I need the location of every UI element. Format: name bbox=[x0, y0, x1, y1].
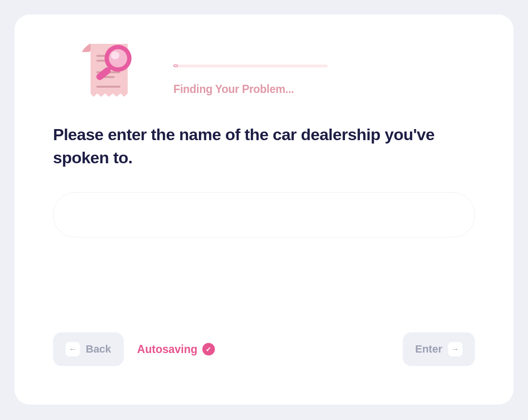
progress-section: Finding Your Problem... bbox=[173, 41, 475, 96]
svg-point-6 bbox=[109, 49, 127, 67]
footer-section: ← Back Autosaving ✓ Enter → bbox=[53, 332, 475, 366]
check-circle-icon: ✓ bbox=[202, 343, 215, 355]
enter-button-label: Enter bbox=[415, 343, 442, 355]
header-section: Finding Your Problem... bbox=[53, 41, 475, 99]
autosaving-label: Autosaving bbox=[137, 343, 198, 356]
arrow-left-icon: ← bbox=[66, 342, 80, 356]
back-button-label: Back bbox=[86, 343, 111, 355]
enter-button[interactable]: Enter → bbox=[403, 332, 475, 366]
progress-bar bbox=[173, 65, 328, 67]
autosaving-status: Autosaving ✓ bbox=[137, 343, 215, 356]
back-button[interactable]: ← Back bbox=[53, 332, 124, 366]
form-card: Finding Your Problem... Please enter the… bbox=[14, 14, 514, 405]
question-title: Please enter the name of the car dealers… bbox=[53, 123, 475, 169]
footer-left: ← Back Autosaving ✓ bbox=[53, 332, 215, 366]
svg-point-7 bbox=[111, 52, 119, 59]
svg-rect-4 bbox=[96, 86, 120, 88]
progress-bar-fill bbox=[173, 65, 178, 67]
document-search-icon bbox=[77, 41, 135, 99]
arrow-right-icon: → bbox=[448, 342, 462, 356]
progress-label: Finding Your Problem... bbox=[173, 83, 475, 96]
dealership-name-input[interactable] bbox=[53, 192, 475, 237]
